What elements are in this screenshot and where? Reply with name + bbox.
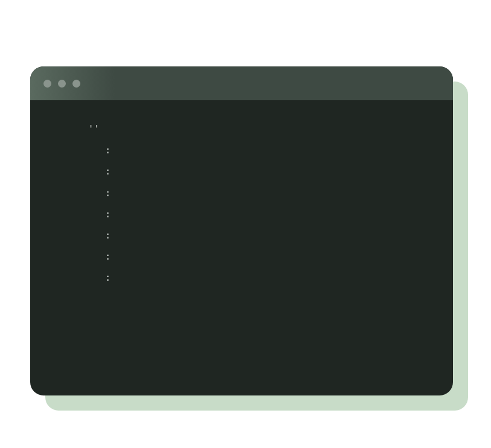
code-line: : bbox=[53, 203, 430, 225]
traffic-light-minimize-icon[interactable] bbox=[58, 80, 66, 88]
line-number bbox=[53, 267, 82, 288]
code-line: : bbox=[53, 182, 430, 203]
traffic-light-zoom-icon[interactable] bbox=[72, 80, 80, 88]
terminal-window: '' : : : : : : bbox=[30, 66, 453, 395]
code-line: : bbox=[53, 225, 430, 246]
line-number bbox=[53, 118, 82, 139]
traffic-light-close-icon[interactable] bbox=[43, 80, 51, 88]
line-number bbox=[53, 225, 82, 246]
code-line: : bbox=[53, 267, 430, 288]
line-number bbox=[53, 161, 82, 182]
line-number bbox=[53, 203, 82, 225]
line-number bbox=[53, 246, 82, 267]
code-line: : bbox=[53, 246, 430, 267]
code-line: : bbox=[53, 161, 430, 182]
code-block: '' : : : : : : bbox=[30, 100, 453, 303]
line-number bbox=[53, 139, 82, 161]
code-line: '' bbox=[53, 118, 430, 139]
code-line: : bbox=[53, 139, 430, 161]
line-number bbox=[53, 182, 82, 203]
titlebar bbox=[30, 66, 453, 100]
